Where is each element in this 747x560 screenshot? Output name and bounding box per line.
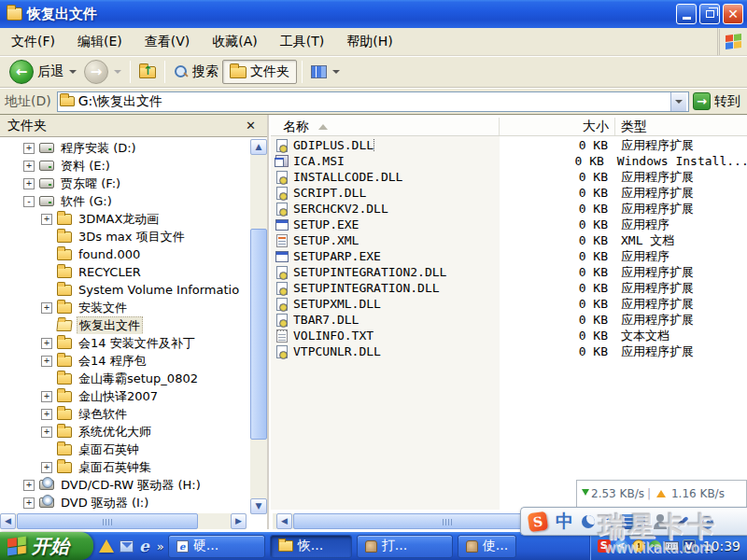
file-type-icon (276, 298, 288, 311)
file-row-gdiplus[interactable]: GDIPLUS.DLL 0 KB 应用程序扩展 (271, 137, 747, 153)
menu-item[interactable]: 帮助(H) (335, 30, 403, 54)
file-row-ica[interactable]: ICA.MSI 0 KB Windows Install... (271, 153, 747, 169)
tree-item-duba-setup[interactable]: 金山毒霸setup_0802 (0, 370, 248, 387)
column-header-name[interactable]: 名称 (271, 118, 500, 135)
clock-tray-icon[interactable] (632, 539, 645, 553)
tree-item-green-software[interactable]: + 绿色软件 (0, 405, 248, 423)
tree-item-drive-d[interactable]: + 程序安装 (D:) (0, 139, 248, 157)
folders-panel-title: 文件夹 (7, 118, 47, 134)
volume-v-tray-icon[interactable]: V (683, 539, 696, 553)
column-header-size[interactable]: 大小 (500, 118, 615, 135)
settings-wrench-icon[interactable] (698, 514, 713, 529)
task-icon (466, 540, 478, 553)
restore-button[interactable] (699, 4, 720, 24)
tree-item-recycler[interactable]: RECYCLER (0, 263, 248, 281)
file-row-setuparp[interactable]: SETUPARP.EXE 0 KB 应用程序 (271, 248, 747, 264)
menu-item[interactable]: 编辑(E) (66, 30, 134, 54)
tree-item-drive-e[interactable]: + 资料 (E:) (0, 157, 248, 175)
file-row-volinfo[interactable]: VOLINFO.TXT 0 KB 文本文档 (271, 328, 747, 343)
tree-vscroll-thumb[interactable] (250, 229, 267, 440)
quicklaunch-overflow-icon[interactable]: » (157, 539, 164, 553)
internet-explorer-icon[interactable]: e (139, 537, 149, 555)
soft-keyboard-icon[interactable] (622, 514, 645, 529)
sogou-logo-icon[interactable]: S (528, 511, 549, 532)
file-row-installcode[interactable]: INSTALLCODE.DLL 0 KB 应用程序扩展 (271, 169, 747, 185)
tree-item-drive-g[interactable]: - 软件 (G:) (0, 192, 248, 210)
chinese-mode-icon[interactable]: 中 (556, 510, 573, 534)
scroll-up-icon[interactable]: ▲ (250, 139, 267, 155)
up-button[interactable] (135, 64, 160, 80)
folders-panel-close-icon[interactable]: ✕ (242, 119, 260, 133)
task-button-recovered-folder[interactable]: 恢... (270, 535, 352, 558)
tree-item-system-optimizer[interactable]: + 系统优化大师 (0, 423, 248, 441)
address-dropdown-button[interactable] (670, 92, 686, 111)
toolbar-separator (130, 61, 131, 83)
file-row-script[interactable]: SCRIPT.DLL 0 KB 应用程序扩展 (271, 185, 747, 201)
menu-item[interactable]: 查看(V) (134, 30, 202, 54)
scroll-right-icon[interactable]: ▶ (231, 513, 247, 529)
upload-arrow-icon (656, 490, 666, 497)
tree-horizontal-scrollbar[interactable]: ◀ ▶ (0, 513, 247, 529)
flashget-icon[interactable] (99, 539, 114, 553)
keyboard-tray-icon[interactable] (665, 541, 679, 551)
tree-hscroll-thumb[interactable] (17, 513, 198, 529)
minimize-button[interactable] (676, 4, 697, 24)
start-button[interactable]: 开始 (0, 532, 93, 560)
forward-button[interactable]: → (80, 58, 125, 86)
address-input[interactable]: G:\恢复出文件 (57, 91, 689, 112)
tree-item-quartz-clock-set[interactable]: + 桌面石英钟集 (0, 458, 248, 476)
search-button[interactable]: 搜索 (170, 62, 222, 82)
scroll-left-icon[interactable]: ◀ (276, 513, 292, 529)
close-button[interactable]: ✕ (723, 4, 743, 24)
folders-panel: 文件夹 ✕ + 程序安装 (D:) + 资料 (E:) + (0, 115, 269, 529)
file-row-setupxml[interactable]: SETUPXML.DLL 0 KB 应用程序扩展 (271, 296, 747, 312)
tree-item-hui14-install[interactable]: + 会14 安装文件及补丁 (0, 334, 248, 352)
tree-item-hui14-program[interactable]: + 会14 程序包 (0, 352, 248, 370)
file-row-setup-xml[interactable]: SETUP.XML 0 KB XML 文档 (271, 232, 747, 248)
tree-item-drive-h[interactable]: + DVD/CD-RW 驱动器 (H:) (0, 476, 248, 494)
tree-item-recovered-files[interactable]: 恢复出文件 (0, 316, 248, 334)
file-row-serchckv2[interactable]: SERCHCKV2.DLL 0 KB 应用程序扩展 (271, 201, 747, 217)
sogou-tray-icon[interactable]: S (598, 539, 611, 553)
file-row-setup-exe[interactable]: SETUP.EXE 0 KB 应用程序 (271, 217, 747, 232)
tree-item-install-files[interactable]: + 安装文件 (0, 299, 248, 316)
column-header-type[interactable]: 类型 (615, 118, 747, 135)
back-button[interactable]: ← 后退 (6, 58, 80, 86)
punctuation-mode-icon[interactable]: °, (603, 513, 613, 530)
user-account-icon[interactable] (654, 514, 667, 529)
folders-icon (230, 66, 247, 78)
file-row-vtpcunlr[interactable]: VTPCUNLR.DLL 0 KB 应用程序扩展 (271, 343, 747, 359)
tree-item-drive-i[interactable]: + DVD 驱动器 (I:) (0, 494, 248, 511)
rising-antivirus-tray-icon[interactable] (649, 539, 661, 553)
menu-item[interactable]: 文件(F) (0, 30, 66, 54)
tree-item-found000[interactable]: found.000 (0, 245, 248, 263)
back-dropdown-icon[interactable] (69, 70, 77, 74)
tree-item-3dmax[interactable]: + 3DMAX龙动画 (0, 210, 248, 228)
tree-item-system-volume[interactable]: System Volume Informatio (0, 281, 248, 299)
task-button-ie-page[interactable]: e 硬... (168, 535, 265, 558)
task-button-da[interactable]: 打... (357, 535, 453, 558)
folders-button[interactable]: 文件夹 (222, 60, 297, 84)
menu-item[interactable]: 收藏(A) (201, 30, 269, 54)
file-type-icon (276, 203, 288, 216)
tree-vertical-scrollbar[interactable]: ▲ ▼ (250, 139, 267, 514)
rotate-back-tray-icon[interactable]: < (614, 539, 628, 553)
tree-item-quartz-clock[interactable]: 桌面石英钟 (0, 441, 248, 458)
skin-brush-icon[interactable] (675, 514, 690, 529)
restore-icon (706, 10, 714, 18)
tree-item-3dsmax-project[interactable]: 3Ds max 项目文件 (0, 228, 248, 245)
file-row-setupintegration[interactable]: SETUPINTEGRATION.DLL 0 KB 应用程序扩展 (271, 280, 747, 296)
tree-item-kuaiyi2007[interactable]: + 金山快译2007 (0, 387, 248, 405)
views-button[interactable] (307, 63, 344, 80)
scroll-down-icon[interactable]: ▼ (250, 498, 267, 514)
file-row-setupintegration2[interactable]: SETUPINTEGRATION2.DLL 0 KB 应用程序扩展 (271, 264, 747, 280)
go-button[interactable]: → 转到 (693, 92, 744, 110)
tree-item-drive-f[interactable]: + 贾东曜 (F:) (0, 175, 248, 192)
fullwidth-moon-icon[interactable] (582, 515, 595, 528)
menu-item[interactable]: 工具(T) (269, 30, 335, 54)
task-button-shi[interactable]: 使... (458, 535, 516, 558)
forward-dropdown-icon[interactable] (114, 70, 121, 74)
file-row-tbar7[interactable]: TBAR7.DLL 0 KB 应用程序扩展 (271, 312, 747, 328)
scroll-left-icon[interactable]: ◀ (0, 513, 16, 529)
outlook-express-icon[interactable] (120, 540, 134, 553)
